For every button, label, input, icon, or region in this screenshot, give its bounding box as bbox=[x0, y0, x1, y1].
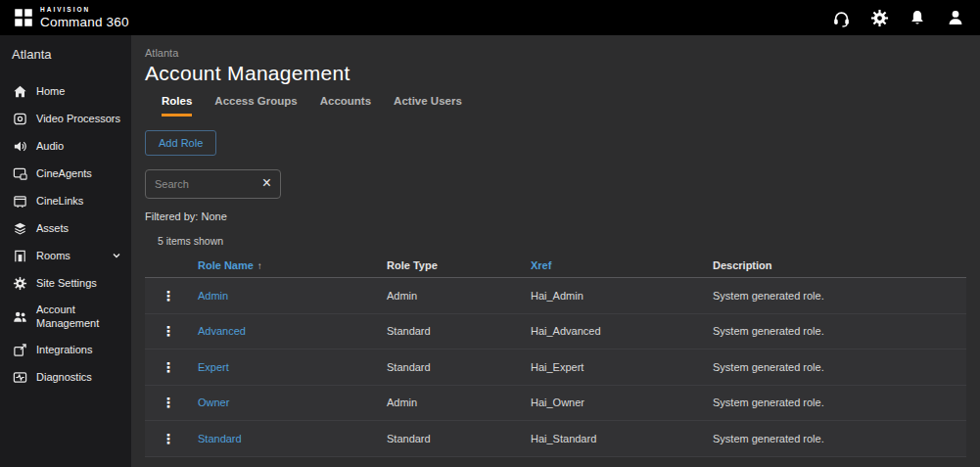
table-row: ⋮ Standard Standard Hai_Standard System … bbox=[145, 421, 966, 457]
sidebar-item-label: Video Processors bbox=[36, 112, 120, 125]
layers-icon bbox=[12, 220, 27, 236]
column-header-description: Description bbox=[713, 259, 966, 271]
role-type-cell: Standard bbox=[387, 433, 531, 444]
column-header-xref[interactable]: Xref bbox=[531, 259, 713, 271]
role-type-cell: Admin bbox=[387, 397, 531, 408]
items-shown-count: 5 items shown bbox=[158, 235, 966, 247]
row-menu-button[interactable]: ⋮ bbox=[145, 360, 175, 374]
table-header-row: Role Name↑ Role Type Xref Description bbox=[145, 253, 966, 278]
table-row: ⋮ Expert Standard Hai_Expert System gene… bbox=[145, 350, 966, 386]
home-icon bbox=[12, 83, 27, 99]
role-name-link[interactable]: Owner bbox=[198, 397, 229, 408]
product-name: Command 360 bbox=[40, 16, 129, 29]
role-name-link[interactable]: Expert bbox=[198, 361, 229, 373]
tab-roles[interactable]: Roles bbox=[162, 95, 192, 117]
sidebar-item-label: Account Management bbox=[36, 303, 121, 331]
sidebar-item-site-settings[interactable]: Site Settings bbox=[0, 269, 131, 297]
column-header-label: Role Name bbox=[198, 259, 254, 271]
search-box: × bbox=[145, 169, 281, 199]
role-type-cell: Standard bbox=[387, 361, 531, 373]
breadcrumb: Atlanta bbox=[145, 47, 966, 59]
column-header-role-name[interactable]: Role Name↑ bbox=[198, 259, 387, 271]
row-menu-button[interactable]: ⋮ bbox=[145, 324, 175, 338]
page-title: Account Management bbox=[145, 62, 966, 85]
tab-access-groups[interactable]: Access Groups bbox=[214, 95, 297, 117]
site-name: Atlanta bbox=[0, 35, 131, 77]
notifications-button[interactable] bbox=[907, 7, 928, 28]
main-content: Atlanta Account Management Roles Access … bbox=[131, 35, 980, 467]
role-type-cell: Standard bbox=[387, 325, 531, 337]
row-menu-button[interactable]: ⋮ bbox=[145, 289, 175, 303]
role-name-link[interactable]: Advanced bbox=[198, 325, 246, 337]
headset-icon bbox=[832, 9, 851, 27]
row-menu-button[interactable]: ⋮ bbox=[145, 396, 175, 409]
users-icon bbox=[12, 308, 27, 324]
tab-active-users[interactable]: Active Users bbox=[394, 95, 462, 117]
search-input[interactable] bbox=[155, 178, 257, 190]
rooms-icon bbox=[12, 248, 27, 263]
xref-cell: Hai_Standard bbox=[531, 433, 713, 444]
sidebar-item-account-management[interactable]: Account Management bbox=[0, 297, 131, 337]
sidebar-item-home[interactable]: Home bbox=[0, 77, 131, 105]
filter-status: Filtered by: None bbox=[145, 210, 966, 222]
sidebar-item-label: CineAgents bbox=[36, 166, 92, 180]
user-account-button[interactable] bbox=[945, 7, 966, 28]
sidebar-item-diagnostics[interactable]: Diagnostics bbox=[0, 364, 131, 392]
sidebar-item-integrations[interactable]: Integrations bbox=[0, 337, 131, 364]
diagnostics-icon bbox=[12, 370, 27, 386]
sidebar-item-label: Integrations bbox=[36, 343, 92, 356]
sidebar-item-label: Home bbox=[36, 84, 65, 98]
role-name-link[interactable]: Admin bbox=[198, 290, 228, 302]
cinelinks-icon bbox=[12, 193, 27, 209]
gear-icon bbox=[12, 275, 27, 291]
sidebar-item-label: Audio bbox=[36, 139, 64, 153]
brand-name: HAIVISION bbox=[40, 7, 129, 14]
sidebar-item-label: CineLinks bbox=[36, 194, 83, 208]
sidebar-item-rooms[interactable]: Rooms bbox=[0, 242, 131, 269]
column-header-role-type: Role Type bbox=[387, 259, 531, 271]
support-button[interactable] bbox=[830, 7, 852, 28]
person-icon bbox=[947, 9, 964, 26]
description-cell: System generated role. bbox=[713, 361, 966, 373]
sidebar-item-label: Diagnostics bbox=[36, 370, 92, 384]
settings-button[interactable] bbox=[868, 7, 890, 28]
tab-accounts[interactable]: Accounts bbox=[320, 95, 371, 117]
table-row: ⋮ Owner Admin Hai_Owner System generated… bbox=[145, 386, 966, 422]
speaker-icon bbox=[12, 138, 27, 154]
sidebar-item-assets[interactable]: Assets bbox=[0, 214, 131, 242]
video-processor-icon bbox=[12, 111, 27, 126]
integrations-icon bbox=[12, 343, 27, 358]
sidebar-item-cineagents[interactable]: CineAgents bbox=[0, 160, 131, 187]
xref-cell: Hai_Advanced bbox=[531, 325, 713, 337]
app-logo: HAIVISION Command 360 bbox=[14, 7, 129, 28]
sidebar-item-audio[interactable]: Audio bbox=[0, 132, 131, 160]
description-cell: System generated role. bbox=[713, 397, 966, 408]
sidebar-item-label: Assets bbox=[36, 221, 69, 235]
sidebar-item-video-processors[interactable]: Video Processors bbox=[0, 105, 131, 132]
table-row: ⋮ Admin Admin Hai_Admin System generated… bbox=[145, 278, 966, 314]
clear-search-icon[interactable]: × bbox=[257, 175, 271, 193]
sidebar: Atlanta Home Video Processors Audio Cine… bbox=[0, 35, 131, 467]
haivision-logo-icon bbox=[14, 8, 33, 27]
description-cell: System generated role. bbox=[713, 325, 966, 337]
bell-icon bbox=[909, 9, 926, 26]
sidebar-item-label: Site Settings bbox=[36, 276, 97, 290]
row-menu-button[interactable]: ⋮ bbox=[145, 432, 175, 445]
xref-cell: Hai_Expert bbox=[531, 361, 713, 373]
add-role-button[interactable]: Add Role bbox=[145, 130, 216, 156]
description-cell: System generated role. bbox=[713, 290, 966, 302]
sidebar-item-cinelinks[interactable]: CineLinks bbox=[0, 187, 131, 214]
chevron-down-icon bbox=[112, 251, 121, 260]
tab-bar: Roles Access Groups Accounts Active User… bbox=[162, 95, 966, 117]
role-type-cell: Admin bbox=[387, 290, 531, 302]
sidebar-item-label: Rooms bbox=[36, 249, 70, 262]
cineagents-icon bbox=[12, 165, 27, 181]
description-cell: System generated role. bbox=[713, 433, 966, 444]
top-bar: HAIVISION Command 360 bbox=[0, 0, 980, 35]
roles-table: Role Name↑ Role Type Xref Description ⋮ … bbox=[145, 253, 966, 457]
xref-cell: Hai_Admin bbox=[531, 290, 713, 302]
gear-icon bbox=[870, 9, 889, 27]
role-name-link[interactable]: Standard bbox=[198, 433, 242, 444]
sort-ascending-icon: ↑ bbox=[257, 260, 262, 271]
table-row: ⋮ Advanced Standard Hai_Advanced System … bbox=[145, 314, 966, 350]
